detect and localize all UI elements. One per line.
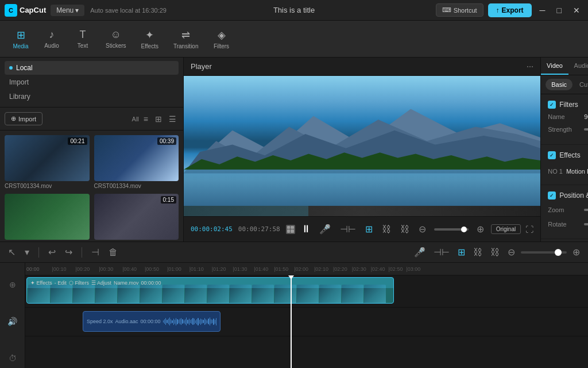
logo-icon: C [5, 4, 17, 17]
toolbar-stickers[interactable]: ☺ Stickers [99, 25, 133, 52]
cursor-tool[interactable]: ↖ [6, 246, 18, 259]
timer-icon[interactable]: ⏱ [9, 354, 17, 363]
zoom-icon[interactable]: ⊞ [363, 223, 375, 236]
close-button[interactable]: ✕ [570, 6, 583, 15]
filters-header: ✓ Filters ↺ ◇ [548, 100, 588, 109]
wave-bar [172, 320, 172, 323]
audio-time: 00:00:00 [141, 319, 161, 324]
audio-clip[interactable]: Speed 2.0x Audio.aac 00:00:00 [83, 311, 220, 332]
toolbar-audio[interactable]: ♪ Audio [37, 25, 67, 52]
timeline-main: 00:00 |00:10 |00:20 |00:30 |00:40 |00:50… [25, 263, 588, 368]
original-badge[interactable]: Original [491, 224, 521, 234]
player-progress-bar[interactable] [184, 206, 540, 216]
unlink-icon[interactable]: ⛓ [398, 223, 412, 236]
rotate-slider[interactable] [584, 223, 588, 225]
list-item[interactable]: 00:39 CRST001334.mov [94, 135, 179, 189]
tab-audio[interactable]: Audio [568, 57, 588, 75]
mic-timeline-icon[interactable]: 🎤 [412, 246, 428, 259]
wave-bar [194, 319, 195, 324]
wave-bar [208, 319, 208, 324]
filters-label: Filters [214, 43, 229, 49]
grid-view-icon[interactable]: ⊞ [153, 113, 164, 125]
toolbar-text[interactable]: T Text [68, 25, 98, 52]
menu-button[interactable]: Menu ▾ [51, 5, 84, 16]
wave-bar [200, 319, 201, 325]
stickers-icon: ☺ [111, 29, 121, 41]
filters-checkbox[interactable]: ✓ [548, 101, 556, 109]
media-thumbnail: 00:21 [5, 135, 90, 181]
tl-chain-icon[interactable]: ⛓ [471, 246, 485, 259]
water-reflection [184, 170, 540, 206]
sub-tab-cutout[interactable]: Cutout [574, 79, 588, 90]
nav-local[interactable]: Local [5, 61, 179, 75]
filter-name-row: Name 90s [548, 113, 588, 120]
filters-icon: ◈ [218, 29, 226, 41]
text-icon: T [80, 29, 86, 41]
video-clip[interactable]: ✦ Effects - Edit ⬡ Filters ☰ Adjust Name… [26, 277, 394, 304]
list-item[interactable]: 00:21 CRST001334.mov [5, 135, 90, 189]
list-view-icon[interactable]: ☰ [167, 113, 179, 125]
toolbar-filters[interactable]: ◈ Filters [207, 25, 237, 53]
filter-icon[interactable]: ≡ [141, 113, 150, 125]
position-size-checkbox[interactable]: ✓ [548, 191, 556, 200]
tab-video[interactable]: Video [541, 57, 568, 75]
tl-split-icon[interactable]: ⊣⊢ [431, 246, 452, 259]
mic-icon[interactable]: 🎤 [317, 223, 333, 236]
maximize-button[interactable]: □ [554, 6, 565, 15]
tl-zoom-in[interactable]: ⊕ [570, 246, 582, 259]
cursor-dropdown[interactable]: ▾ [22, 246, 32, 259]
wave-bar [186, 317, 187, 325]
redo-button[interactable]: ↪ [63, 246, 75, 259]
nav-import[interactable]: Import [5, 75, 179, 89]
timeline-zoom-slider[interactable] [521, 251, 567, 254]
minimize-button[interactable]: ─ [536, 6, 549, 15]
media-filename: CRST001334.mov [5, 183, 90, 189]
project-title[interactable]: This is a title [273, 6, 315, 14]
audio-waveform [163, 317, 216, 326]
edit-label-clip: - Edit [55, 280, 67, 286]
effects-checkbox[interactable]: ✓ [548, 151, 556, 159]
player-menu-icon[interactable]: ⋯ [527, 63, 533, 71]
speaker-icon[interactable]: 🔊 [7, 317, 17, 326]
play-button[interactable]: ⏸ [301, 223, 311, 235]
sub-tab-basic[interactable]: Basic [546, 79, 572, 90]
wave-bar [198, 318, 198, 325]
toolbar-transition[interactable]: ⇌ Transition [167, 25, 206, 53]
wave-bar [189, 319, 189, 325]
zoom-slider-control[interactable] [584, 209, 588, 211]
delete-tool[interactable]: 🗑 [106, 246, 120, 259]
export-button[interactable]: ↑ Export [488, 3, 532, 17]
wave-bar [199, 320, 200, 324]
import-button[interactable]: ⊕ Import [5, 112, 42, 125]
zoom-in-icon[interactable]: ⊕ [474, 223, 486, 236]
add-track-button[interactable]: ⊕ [9, 280, 16, 289]
toolbar-effects[interactable]: ✦ Effects [134, 25, 165, 53]
link-icon[interactable]: ⛓ [380, 223, 393, 236]
strength-slider[interactable] [584, 128, 588, 131]
tl-unchain-icon[interactable]: ⛓ [488, 246, 502, 259]
tl-link-icon[interactable]: ⊞ [455, 246, 467, 259]
media-grid: 00:21 CRST001334.mov 00:39 CRST001334.mo… [0, 131, 183, 241]
rotate-row: Rotate 🔒 [548, 219, 588, 229]
split-tool[interactable]: ⊣ [89, 246, 102, 259]
topbar: C CapCut Menu ▾ Auto save local at 16:30… [0, 0, 588, 21]
undo-button[interactable]: ↩ [46, 246, 58, 259]
wave-bar [216, 318, 216, 325]
zoom-slider[interactable] [434, 228, 469, 231]
list-item[interactable]: CRST001334.mov [5, 194, 90, 241]
timeline-grid-icon[interactable] [286, 225, 295, 234]
fullscreen-button[interactable]: ⛶ [525, 225, 533, 234]
wave-bar [196, 319, 197, 324]
list-item[interactable]: 0:15 CRST001334.mov [94, 194, 179, 241]
zoom-out-icon[interactable]: ⊖ [416, 223, 428, 236]
toolbar-media[interactable]: ⊞ Media [6, 25, 36, 53]
nav-library[interactable]: Library [5, 90, 179, 103]
wave-bar [179, 320, 179, 323]
wave-bar [169, 317, 170, 325]
wave-bar [190, 320, 191, 323]
wave-bar [184, 320, 184, 323]
wave-bar [187, 320, 188, 324]
tl-zoom-out[interactable]: ⊖ [505, 246, 517, 259]
split-icon[interactable]: ⊣⊢ [338, 223, 358, 236]
shortcut-button[interactable]: ⌨ Shortcut [436, 3, 483, 17]
